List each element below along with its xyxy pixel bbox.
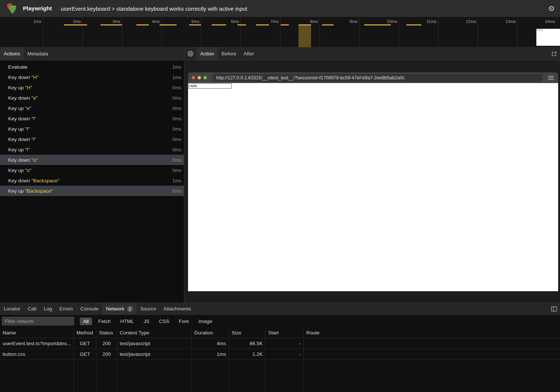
tab-locator[interactable]: Locator	[0, 303, 24, 314]
browser-chrome-bar: http://127.0.0.1:63315/__vitest_test__/?…	[188, 72, 558, 83]
network-row[interactable]: userEvent.test.ts?import&bro...GET200tex…	[0, 338, 560, 349]
network-cell: text/javascript	[117, 349, 192, 359]
timeline-label: 6ms	[231, 19, 239, 24]
action-label: "	[28, 126, 30, 132]
trace-title: userEvent.keyboard > standalone keyboard…	[61, 6, 247, 12]
action-duration: 0ms	[172, 116, 181, 121]
network-cell: button.css	[0, 349, 74, 359]
timeline-gridline	[82, 17, 83, 47]
action-label: "	[36, 157, 38, 163]
filter-chip-js[interactable]: JS	[140, 317, 153, 325]
toggle-layout-icon[interactable]	[548, 303, 560, 314]
timeline-action-tick	[160, 24, 177, 25]
tab-label: Source	[140, 306, 156, 312]
snapshot-url: http://127.0.0.1:63315/__vitest_test__/?…	[213, 74, 542, 82]
timeline-action-tick	[212, 24, 226, 25]
action-row[interactable]: Key up "e"0ms	[0, 103, 184, 113]
tab-metadata[interactable]: Metadata	[24, 47, 52, 60]
timeline-gridline	[280, 17, 280, 47]
column-header-status: Status	[96, 327, 117, 338]
action-row[interactable]: Key up "l"0ms	[0, 144, 184, 155]
action-row[interactable]: Key up "o"0ms	[0, 165, 184, 175]
bottom-panel: LocatorCallLogErrorsConsoleNetwork2Sourc…	[0, 303, 560, 392]
open-external-icon[interactable]	[548, 47, 560, 60]
tab-errors[interactable]: Errors	[56, 303, 77, 314]
tab-label: Action	[200, 51, 214, 56]
action-duration: 1ms	[172, 64, 181, 70]
action-row[interactable]: Key down "o"0ms	[0, 155, 184, 165]
action-row[interactable]: Key up "Backspace"0ms	[0, 186, 184, 196]
pick-locator-icon[interactable]	[184, 47, 197, 60]
action-row[interactable]: Key down "Backspace"1ms	[0, 175, 184, 186]
timeline-label: 1ms	[33, 19, 41, 24]
network-row[interactable]: button.cssGET200text/javascript1ms1.2K-	[0, 349, 560, 360]
tab-attachments[interactable]: Attachments	[160, 303, 195, 314]
tab-network[interactable]: Network2	[102, 303, 137, 314]
tab-source[interactable]: Source	[137, 303, 160, 314]
filter-chip-html[interactable]: HTML	[117, 317, 137, 325]
action-label: "	[28, 147, 30, 152]
tab-before[interactable]: Before	[218, 47, 240, 60]
action-label: "	[34, 116, 36, 121]
action-label: "	[30, 168, 31, 173]
filter-chip-all[interactable]: All	[80, 317, 92, 325]
action-label: "	[30, 106, 31, 111]
action-row[interactable]: Key up "H"0ms	[0, 82, 184, 93]
action-key-value: Backspace	[33, 178, 58, 183]
tab-label: Before	[222, 51, 236, 56]
tab-action[interactable]: Action	[197, 47, 218, 60]
column-header-method: Method	[74, 327, 96, 338]
network-filler-cell	[192, 360, 229, 392]
action-duration: 0ms	[172, 126, 181, 132]
action-row[interactable]: Key down "H"1ms	[0, 72, 184, 82]
main-area: ActionsMetadata Evaluate1msKey down "H"1…	[0, 47, 560, 303]
network-cell	[304, 349, 560, 359]
filter-chip-fetch[interactable]: Fetch	[95, 317, 114, 325]
timeline-action-tick	[64, 24, 87, 25]
action-row[interactable]: Key up "l"0ms	[0, 124, 184, 134]
tab-label: Network	[106, 306, 124, 312]
tab-log[interactable]: Log	[40, 303, 56, 314]
network-filler-cell	[117, 360, 192, 392]
action-row[interactable]: Key down "l"0ms	[0, 134, 184, 144]
filter-chip-font[interactable]: Font	[175, 317, 192, 325]
network-cell: 4ms	[192, 338, 229, 348]
action-key-value: o	[33, 157, 36, 163]
action-label: Key up "	[8, 106, 27, 111]
snapshot-page: Hello	[188, 83, 558, 291]
filter-chip-image[interactable]: Image	[195, 317, 216, 325]
network-filler-cell	[304, 360, 560, 392]
timeline-action-tick	[100, 24, 122, 25]
filter-chip-css[interactable]: CSS	[156, 317, 173, 325]
column-header-name: Name	[0, 327, 74, 338]
snapshot-tabbar: ActionBeforeAfter	[184, 47, 560, 61]
settings-gear-icon[interactable]: ⚙	[548, 5, 555, 12]
action-duration: 0ms	[172, 85, 181, 90]
tab-after[interactable]: After	[240, 47, 258, 60]
network-cell	[304, 338, 560, 348]
action-row[interactable]: Key down "e"0ms	[0, 93, 184, 103]
network-cell: 1.2K	[229, 349, 266, 359]
tab-label: Metadata	[27, 51, 48, 56]
menu-hamburger-icon	[547, 76, 554, 80]
tab-actions[interactable]: Actions	[0, 47, 24, 60]
timeline[interactable]: 1ms2ms3ms4ms5ms6ms7ms8ms9ms10ms11ms12ms1…	[0, 17, 560, 47]
actions-tabbar: ActionsMetadata	[0, 47, 184, 61]
action-label: Key down "	[8, 137, 33, 142]
action-label: Key down "	[8, 75, 33, 80]
filter-network-input[interactable]	[2, 317, 74, 326]
timeline-action-tick	[322, 24, 334, 25]
action-row[interactable]: Evaluate1ms	[0, 62, 184, 72]
tab-console[interactable]: Console	[77, 303, 103, 314]
tab-label: Locator	[4, 306, 20, 312]
timeline-gridline	[122, 17, 122, 47]
column-header-start: Start	[266, 327, 304, 338]
snapshot-area: http://127.0.0.1:63315/__vitest_test__/?…	[184, 61, 560, 303]
action-row[interactable]: Key down "l"0ms	[0, 113, 184, 124]
action-label: Evaluate	[8, 64, 28, 70]
timeline-screenshot-thumbnail[interactable]	[536, 29, 560, 46]
timeline-label: 11ms	[427, 19, 437, 24]
network-cell: 200	[96, 338, 117, 348]
tab-call[interactable]: Call	[24, 303, 40, 314]
timeline-label: 10ms	[387, 19, 397, 24]
